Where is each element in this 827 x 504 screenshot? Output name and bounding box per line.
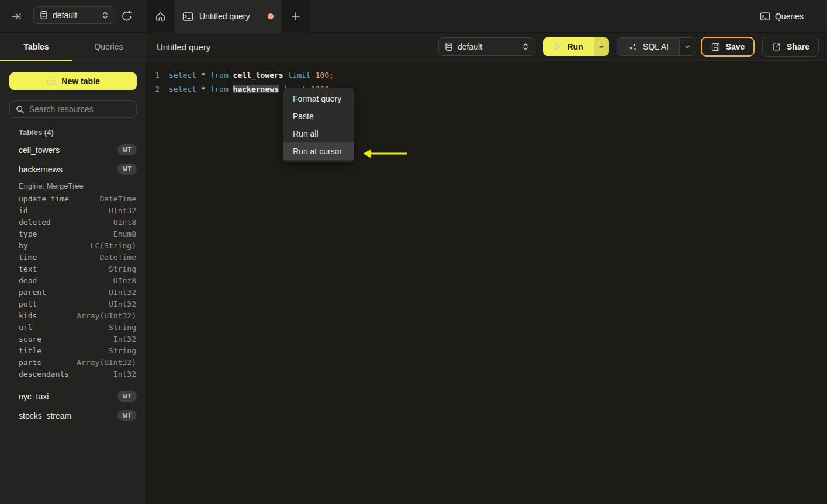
column-name: poll <box>19 300 109 308</box>
search-input[interactable] <box>29 105 130 114</box>
refresh-icon[interactable] <box>120 9 134 23</box>
column-name: by <box>19 241 91 250</box>
sql-ai-label: SQL AI <box>643 42 669 51</box>
column-name: deleted <box>19 218 113 227</box>
tab-strip: Untitled query <box>146 0 310 33</box>
code-token <box>229 85 233 93</box>
column-row: parentUInt32 <box>0 286 146 298</box>
query-toolbar: Untitled query default Run <box>146 33 827 61</box>
code-token <box>283 71 288 79</box>
search-box <box>9 100 137 118</box>
table-name: hackernews <box>19 165 117 174</box>
column-type: String <box>109 346 136 355</box>
code-token <box>279 85 283 93</box>
engine-badge: MT <box>117 144 137 155</box>
home-tab[interactable] <box>146 0 174 33</box>
column-type: Array(UInt32) <box>77 311 136 320</box>
share-button-label: Share <box>787 42 809 51</box>
run-button[interactable]: Run <box>543 37 594 56</box>
column-row: urlString <box>0 321 146 333</box>
column-type: DateTime <box>99 253 136 262</box>
column-row: timeDateTime <box>0 251 146 263</box>
sql-ai-button[interactable]: SQL AI <box>617 38 679 55</box>
column-type: Int32 <box>113 370 136 378</box>
code-token <box>206 71 210 79</box>
column-type: Array(UInt32) <box>77 358 136 367</box>
terminal-icon <box>182 12 193 22</box>
queries-button[interactable]: Queries <box>760 0 804 33</box>
column-row: update_timeDateTime <box>0 193 146 204</box>
table-row[interactable]: hackernewsMT <box>0 159 146 179</box>
column-type: String <box>109 323 136 332</box>
database-selector-value: default <box>53 11 97 20</box>
database-selector[interactable]: default <box>33 6 115 24</box>
share-icon <box>771 42 781 52</box>
share-button[interactable]: Share <box>762 37 819 57</box>
sidebar-tabs: Tables Queries <box>0 33 146 61</box>
code-line: 2select * from hackernews limit 1000 <box>153 82 827 96</box>
context-menu-item[interactable]: Paste <box>283 107 354 125</box>
table-name: cell_towers <box>19 145 117 155</box>
table-row[interactable]: nyc_taxiMT <box>0 387 146 406</box>
column-type: Enum8 <box>113 230 136 238</box>
save-icon <box>711 42 721 52</box>
line-number: 1 <box>153 71 160 79</box>
table-icon <box>46 77 56 86</box>
tables-section-label: Tables (4) <box>19 128 54 137</box>
run-button-label: Run <box>567 42 583 51</box>
code-token <box>206 85 210 93</box>
line-number: 2 <box>153 85 160 93</box>
column-type: UInt8 <box>113 276 136 285</box>
table-row[interactable]: stocks_streamMT <box>0 406 146 425</box>
tab-title: Untitled query <box>199 12 262 21</box>
column-row: titleString <box>0 345 146 356</box>
column-type: String <box>109 265 136 273</box>
top-bar: default Untitled query <box>0 0 827 33</box>
sql-editor[interactable]: 1select * from cell_towers limit 100;2se… <box>146 61 827 504</box>
context-menu-item[interactable]: Run all <box>283 125 354 142</box>
tab-tables[interactable]: Tables <box>0 33 72 61</box>
column-name: text <box>19 265 109 273</box>
new-table-button[interactable]: New table <box>9 72 137 90</box>
table-row[interactable]: cell_towersMT <box>0 140 146 159</box>
new-tab-button[interactable] <box>282 0 310 33</box>
queries-button-label: Queries <box>775 12 804 21</box>
column-name: score <box>19 335 113 343</box>
column-row: kidsArray(UInt32) <box>0 310 146 321</box>
table-list: cell_towersMThackernewsMTEngine: MergeTr… <box>0 140 146 425</box>
code-token <box>229 71 233 79</box>
save-button-label: Save <box>726 42 745 51</box>
column-row: deadUInt8 <box>0 274 146 286</box>
tab-untitled-query[interactable]: Untitled query <box>174 0 282 33</box>
column-row: byLC(String) <box>0 239 146 251</box>
save-button[interactable]: Save <box>701 37 755 57</box>
context-menu-item[interactable]: Run at cursor <box>283 142 354 160</box>
code-token: ; <box>329 71 334 79</box>
table-name: nyc_taxi <box>19 392 117 401</box>
column-row: pollUInt32 <box>0 298 146 310</box>
editor-context-menu: Format queryPasteRun allRun at cursor <box>283 88 354 162</box>
code-token <box>196 85 201 93</box>
toolbar-database-selector[interactable]: default <box>438 37 535 56</box>
column-name: update_time <box>19 194 99 203</box>
tab-queries[interactable]: Queries <box>72 33 145 61</box>
spacer <box>0 380 146 387</box>
column-name: descendants <box>19 370 113 378</box>
column-type: DateTime <box>99 194 136 203</box>
query-title: Untitled query <box>157 33 211 61</box>
collapse-sidebar-icon[interactable] <box>11 11 22 22</box>
code-token: from <box>210 71 228 79</box>
code-token: 100 <box>315 71 328 79</box>
run-button-group: Run <box>543 37 609 56</box>
column-row: scoreInt32 <box>0 333 146 345</box>
column-row: idUInt32 <box>0 204 146 216</box>
column-row: textString <box>0 263 146 274</box>
engine-label: Engine: MergeTree <box>0 179 146 193</box>
queries-terminal-icon <box>760 12 770 21</box>
context-menu-item[interactable]: Format query <box>283 90 354 107</box>
engine-badge: MT <box>117 410 137 421</box>
sql-ai-dropdown[interactable] <box>679 38 695 55</box>
column-row: deletedUInt8 <box>0 216 146 228</box>
column-type: UInt32 <box>109 206 136 215</box>
run-options-dropdown[interactable] <box>594 37 609 56</box>
